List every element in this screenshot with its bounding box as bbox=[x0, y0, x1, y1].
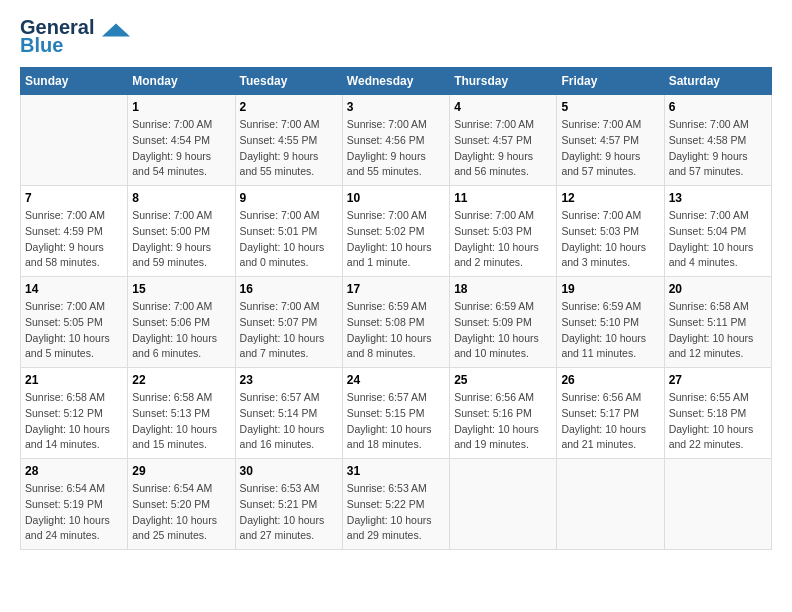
day-number: 3 bbox=[347, 100, 445, 114]
day-info: Sunrise: 7:00 AMSunset: 5:01 PMDaylight:… bbox=[240, 208, 338, 271]
day-info: Sunrise: 7:00 AMSunset: 5:04 PMDaylight:… bbox=[669, 208, 767, 271]
calendar-cell bbox=[557, 459, 664, 550]
day-number: 20 bbox=[669, 282, 767, 296]
day-info: Sunrise: 6:58 AMSunset: 5:13 PMDaylight:… bbox=[132, 390, 230, 453]
calendar-cell: 24Sunrise: 6:57 AMSunset: 5:15 PMDayligh… bbox=[342, 368, 449, 459]
calendar-cell: 19Sunrise: 6:59 AMSunset: 5:10 PMDayligh… bbox=[557, 277, 664, 368]
day-number: 21 bbox=[25, 373, 123, 387]
calendar-table: SundayMondayTuesdayWednesdayThursdayFrid… bbox=[20, 67, 772, 550]
day-number: 16 bbox=[240, 282, 338, 296]
day-number: 24 bbox=[347, 373, 445, 387]
day-info: Sunrise: 6:54 AMSunset: 5:20 PMDaylight:… bbox=[132, 481, 230, 544]
day-info: Sunrise: 7:00 AMSunset: 5:03 PMDaylight:… bbox=[454, 208, 552, 271]
day-info: Sunrise: 6:57 AMSunset: 5:15 PMDaylight:… bbox=[347, 390, 445, 453]
day-info: Sunrise: 6:59 AMSunset: 5:09 PMDaylight:… bbox=[454, 299, 552, 362]
calendar-cell: 8Sunrise: 7:00 AMSunset: 5:00 PMDaylight… bbox=[128, 186, 235, 277]
day-number: 29 bbox=[132, 464, 230, 478]
calendar-cell: 1Sunrise: 7:00 AMSunset: 4:54 PMDaylight… bbox=[128, 95, 235, 186]
day-number: 27 bbox=[669, 373, 767, 387]
calendar-cell: 5Sunrise: 7:00 AMSunset: 4:57 PMDaylight… bbox=[557, 95, 664, 186]
col-header-monday: Monday bbox=[128, 68, 235, 95]
day-info: Sunrise: 6:58 AMSunset: 5:11 PMDaylight:… bbox=[669, 299, 767, 362]
day-info: Sunrise: 6:57 AMSunset: 5:14 PMDaylight:… bbox=[240, 390, 338, 453]
calendar-cell: 26Sunrise: 6:56 AMSunset: 5:17 PMDayligh… bbox=[557, 368, 664, 459]
calendar-cell: 12Sunrise: 7:00 AMSunset: 5:03 PMDayligh… bbox=[557, 186, 664, 277]
col-header-saturday: Saturday bbox=[664, 68, 771, 95]
calendar-cell: 31Sunrise: 6:53 AMSunset: 5:22 PMDayligh… bbox=[342, 459, 449, 550]
day-info: Sunrise: 7:00 AMSunset: 5:02 PMDaylight:… bbox=[347, 208, 445, 271]
day-info: Sunrise: 7:00 AMSunset: 4:59 PMDaylight:… bbox=[25, 208, 123, 271]
day-number: 30 bbox=[240, 464, 338, 478]
day-info: Sunrise: 7:00 AMSunset: 4:56 PMDaylight:… bbox=[347, 117, 445, 180]
calendar-cell: 13Sunrise: 7:00 AMSunset: 5:04 PMDayligh… bbox=[664, 186, 771, 277]
page-header: General Blue bbox=[20, 16, 772, 57]
calendar-cell: 22Sunrise: 6:58 AMSunset: 5:13 PMDayligh… bbox=[128, 368, 235, 459]
calendar-cell: 27Sunrise: 6:55 AMSunset: 5:18 PMDayligh… bbox=[664, 368, 771, 459]
col-header-friday: Friday bbox=[557, 68, 664, 95]
week-row-3: 14Sunrise: 7:00 AMSunset: 5:05 PMDayligh… bbox=[21, 277, 772, 368]
col-header-wednesday: Wednesday bbox=[342, 68, 449, 95]
logo-blue: Blue bbox=[20, 34, 63, 57]
day-number: 10 bbox=[347, 191, 445, 205]
day-info: Sunrise: 6:59 AMSunset: 5:10 PMDaylight:… bbox=[561, 299, 659, 362]
day-info: Sunrise: 6:54 AMSunset: 5:19 PMDaylight:… bbox=[25, 481, 123, 544]
day-number: 25 bbox=[454, 373, 552, 387]
week-row-5: 28Sunrise: 6:54 AMSunset: 5:19 PMDayligh… bbox=[21, 459, 772, 550]
day-number: 1 bbox=[132, 100, 230, 114]
day-number: 5 bbox=[561, 100, 659, 114]
day-number: 8 bbox=[132, 191, 230, 205]
col-header-sunday: Sunday bbox=[21, 68, 128, 95]
calendar-cell: 23Sunrise: 6:57 AMSunset: 5:14 PMDayligh… bbox=[235, 368, 342, 459]
calendar-cell: 28Sunrise: 6:54 AMSunset: 5:19 PMDayligh… bbox=[21, 459, 128, 550]
day-number: 13 bbox=[669, 191, 767, 205]
day-number: 22 bbox=[132, 373, 230, 387]
calendar-cell: 21Sunrise: 6:58 AMSunset: 5:12 PMDayligh… bbox=[21, 368, 128, 459]
day-number: 2 bbox=[240, 100, 338, 114]
day-info: Sunrise: 6:59 AMSunset: 5:08 PMDaylight:… bbox=[347, 299, 445, 362]
calendar-cell: 10Sunrise: 7:00 AMSunset: 5:02 PMDayligh… bbox=[342, 186, 449, 277]
calendar-cell: 18Sunrise: 6:59 AMSunset: 5:09 PMDayligh… bbox=[450, 277, 557, 368]
day-number: 7 bbox=[25, 191, 123, 205]
calendar-cell: 25Sunrise: 6:56 AMSunset: 5:16 PMDayligh… bbox=[450, 368, 557, 459]
day-info: Sunrise: 6:58 AMSunset: 5:12 PMDaylight:… bbox=[25, 390, 123, 453]
day-info: Sunrise: 6:56 AMSunset: 5:16 PMDaylight:… bbox=[454, 390, 552, 453]
day-number: 28 bbox=[25, 464, 123, 478]
day-info: Sunrise: 7:00 AMSunset: 5:05 PMDaylight:… bbox=[25, 299, 123, 362]
day-info: Sunrise: 6:56 AMSunset: 5:17 PMDaylight:… bbox=[561, 390, 659, 453]
day-info: Sunrise: 7:00 AMSunset: 5:07 PMDaylight:… bbox=[240, 299, 338, 362]
calendar-cell bbox=[21, 95, 128, 186]
calendar-cell: 9Sunrise: 7:00 AMSunset: 5:01 PMDaylight… bbox=[235, 186, 342, 277]
calendar-cell: 3Sunrise: 7:00 AMSunset: 4:56 PMDaylight… bbox=[342, 95, 449, 186]
week-row-1: 1Sunrise: 7:00 AMSunset: 4:54 PMDaylight… bbox=[21, 95, 772, 186]
calendar-cell: 2Sunrise: 7:00 AMSunset: 4:55 PMDaylight… bbox=[235, 95, 342, 186]
calendar-cell bbox=[450, 459, 557, 550]
calendar-cell: 20Sunrise: 6:58 AMSunset: 5:11 PMDayligh… bbox=[664, 277, 771, 368]
calendar-cell: 15Sunrise: 7:00 AMSunset: 5:06 PMDayligh… bbox=[128, 277, 235, 368]
day-number: 15 bbox=[132, 282, 230, 296]
day-info: Sunrise: 7:00 AMSunset: 4:57 PMDaylight:… bbox=[561, 117, 659, 180]
day-number: 12 bbox=[561, 191, 659, 205]
day-number: 11 bbox=[454, 191, 552, 205]
day-number: 31 bbox=[347, 464, 445, 478]
col-header-tuesday: Tuesday bbox=[235, 68, 342, 95]
col-header-thursday: Thursday bbox=[450, 68, 557, 95]
day-info: Sunrise: 7:00 AMSunset: 5:03 PMDaylight:… bbox=[561, 208, 659, 271]
day-info: Sunrise: 7:00 AMSunset: 4:57 PMDaylight:… bbox=[454, 117, 552, 180]
svg-marker-0 bbox=[102, 23, 130, 36]
day-number: 18 bbox=[454, 282, 552, 296]
day-info: Sunrise: 7:00 AMSunset: 4:55 PMDaylight:… bbox=[240, 117, 338, 180]
calendar-cell: 11Sunrise: 7:00 AMSunset: 5:03 PMDayligh… bbox=[450, 186, 557, 277]
day-number: 17 bbox=[347, 282, 445, 296]
day-number: 26 bbox=[561, 373, 659, 387]
calendar-cell: 4Sunrise: 7:00 AMSunset: 4:57 PMDaylight… bbox=[450, 95, 557, 186]
calendar-cell: 14Sunrise: 7:00 AMSunset: 5:05 PMDayligh… bbox=[21, 277, 128, 368]
day-info: Sunrise: 7:00 AMSunset: 5:00 PMDaylight:… bbox=[132, 208, 230, 271]
day-info: Sunrise: 6:53 AMSunset: 5:22 PMDaylight:… bbox=[347, 481, 445, 544]
day-number: 23 bbox=[240, 373, 338, 387]
day-number: 19 bbox=[561, 282, 659, 296]
logo: General Blue bbox=[20, 16, 130, 57]
day-number: 6 bbox=[669, 100, 767, 114]
day-info: Sunrise: 7:00 AMSunset: 5:06 PMDaylight:… bbox=[132, 299, 230, 362]
calendar-cell: 17Sunrise: 6:59 AMSunset: 5:08 PMDayligh… bbox=[342, 277, 449, 368]
week-row-4: 21Sunrise: 6:58 AMSunset: 5:12 PMDayligh… bbox=[21, 368, 772, 459]
